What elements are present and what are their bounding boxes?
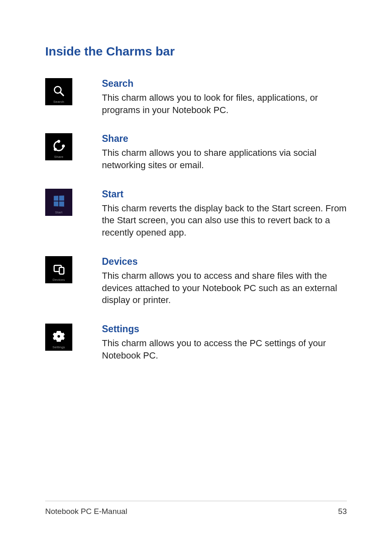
charm-heading-start: Start [102,189,347,200]
charm-description: This charm reverts the display back to t… [102,202,347,239]
share-icon [53,140,65,154]
search-icon [53,85,65,99]
charm-row-settings: Settings Settings This charm allows you … [45,324,347,361]
charm-text-block: Devices This charm allows you to access … [102,256,347,306]
svg-rect-6 [59,267,64,274]
start-icon [53,198,64,206]
charm-tile-share: Share [45,133,72,160]
charm-description: This charm allows you to access the PC s… [102,337,347,361]
page-content: Inside the Charms bar Search Search This… [0,0,392,361]
charm-tile-label: Start [45,211,72,214]
charm-row-start: Start Start This charm reverts the displ… [45,189,347,239]
page-footer: Notebook PC E-Manual 53 [0,501,392,516]
charm-row-devices: Devices Devices This charm allows you to… [45,256,347,306]
charm-tile-label: Devices [45,278,72,282]
charm-description: This charm allows you to share applicati… [102,147,347,171]
settings-icon [53,330,65,344]
charm-tile-start: Start [45,189,72,216]
charm-text-block: Share This charm allows you to share app… [102,133,347,171]
footer-rule [45,501,347,501]
charm-tile-search: Search [45,78,72,105]
footer-page-number: 53 [338,507,347,516]
charm-tile-settings: Settings [45,324,72,351]
devices-icon [53,263,65,277]
charm-text-block: Start This charm reverts the display bac… [102,189,347,239]
charm-description: This charm allows you to look for files,… [102,92,347,116]
charm-tile-label: Search [45,100,72,104]
svg-point-7 [57,335,60,338]
charm-heading-share: Share [102,133,347,144]
charm-text-block: Settings This charm allows you to access… [102,324,347,361]
charm-heading-search: Search [102,78,347,89]
charm-tile-label: Settings [45,345,72,349]
svg-point-3 [62,145,65,147]
footer-doc-title: Notebook PC E-Manual [45,507,127,516]
section-title: Inside the Charms bar [45,44,347,58]
charm-text-block: Search This charm allows you to look for… [102,78,347,116]
svg-point-2 [58,140,60,143]
charm-heading-devices: Devices [102,256,347,267]
footer-line: Notebook PC E-Manual 53 [45,507,347,516]
charm-description: This charm allows you to access and shar… [102,270,347,306]
charm-row-search: Search Search This charm allows you to l… [45,78,347,116]
charm-heading-settings: Settings [102,324,347,335]
svg-point-4 [54,148,57,151]
charm-tile-label: Share [45,155,72,159]
svg-line-1 [60,93,64,96]
charm-row-share: Share Share This charm allows you to sha… [45,133,347,171]
charm-tile-devices: Devices [45,256,72,283]
